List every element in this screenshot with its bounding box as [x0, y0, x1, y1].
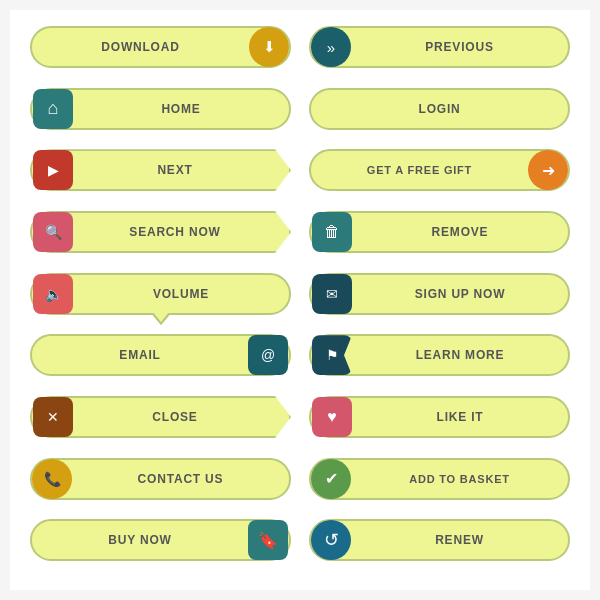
learn-more-icon: ⚑	[312, 335, 352, 375]
search-now-button[interactable]: 🔍 SEARCH NOW	[30, 211, 291, 253]
learn-more-label: LEARN MORE	[352, 348, 568, 362]
email-label: EMAIL	[32, 348, 248, 362]
buy-now-icon: 🔖	[248, 520, 288, 560]
add-to-basket-icon: ✔	[311, 459, 351, 499]
download-button[interactable]: DOWNLOAD ⬇	[30, 26, 291, 68]
renew-button[interactable]: ↺ RENEW	[309, 519, 570, 561]
get-free-gift-icon: ➜	[528, 150, 568, 190]
previous-button[interactable]: » PREVIOUS	[309, 26, 570, 68]
search-icon: 🔍	[33, 212, 73, 252]
close-icon: ✕	[33, 397, 73, 437]
home-button[interactable]: ⌂ HOME	[30, 88, 291, 130]
next-button[interactable]: ▶ NEXT	[30, 149, 291, 191]
previous-icon: »	[311, 27, 351, 67]
download-icon: ⬇	[249, 27, 289, 67]
next-icon: ▶	[33, 150, 73, 190]
close-label: CLOSE	[73, 410, 289, 424]
renew-label: RENEW	[351, 533, 568, 547]
like-it-icon: ♥	[312, 397, 352, 437]
get-free-gift-label: GET A FREE GIFT	[311, 164, 528, 176]
login-button[interactable]: LOGIN	[309, 88, 570, 130]
volume-icon: 🔈	[33, 274, 73, 314]
contact-us-icon: 📞	[32, 459, 72, 499]
buy-now-button[interactable]: BUY NOW 🔖	[30, 519, 291, 561]
like-it-label: LIKE IT	[352, 410, 568, 424]
remove-icon: 🗑	[312, 212, 352, 252]
volume-button[interactable]: 🔈 VOLUME	[30, 273, 291, 315]
sign-up-now-label: SIGN UP NOW	[352, 287, 568, 301]
tooltip-tail-inner	[154, 312, 168, 321]
add-to-basket-button[interactable]: ✔ ADD TO BASKET	[309, 458, 570, 500]
email-button[interactable]: EMAIL @	[30, 334, 291, 376]
next-label: NEXT	[73, 163, 289, 177]
renew-icon: ↺	[311, 520, 351, 560]
get-free-gift-button[interactable]: GET A FREE GIFT ➜	[309, 149, 570, 191]
learn-more-button[interactable]: ⚑ LEARN MORE	[309, 334, 570, 376]
add-to-basket-label: ADD TO BASKET	[351, 473, 568, 485]
sign-up-icon: ✉	[312, 274, 352, 314]
previous-label: PREVIOUS	[351, 40, 568, 54]
button-grid: DOWNLOAD ⬇ » PREVIOUS ⌂ HOME LOGIN ▶ NEX…	[10, 10, 590, 590]
remove-label: REMOVE	[352, 225, 568, 239]
login-label: LOGIN	[311, 102, 568, 116]
volume-label: VOLUME	[73, 287, 289, 301]
sign-up-now-button[interactable]: ✉ SIGN UP NOW	[309, 273, 570, 315]
buy-now-label: BUY NOW	[32, 533, 248, 547]
home-label: HOME	[73, 102, 289, 116]
email-icon: @	[248, 335, 288, 375]
home-icon: ⌂	[33, 89, 73, 129]
remove-button[interactable]: 🗑 REMOVE	[309, 211, 570, 253]
contact-us-label: CONTACT US	[72, 472, 289, 486]
search-now-label: SEARCH NOW	[73, 225, 289, 239]
download-label: DOWNLOAD	[32, 40, 249, 54]
like-it-button[interactable]: ♥ LIKE IT	[309, 396, 570, 438]
contact-us-button[interactable]: 📞 CONTACT US	[30, 458, 291, 500]
close-button[interactable]: ✕ CLOSE	[30, 396, 291, 438]
